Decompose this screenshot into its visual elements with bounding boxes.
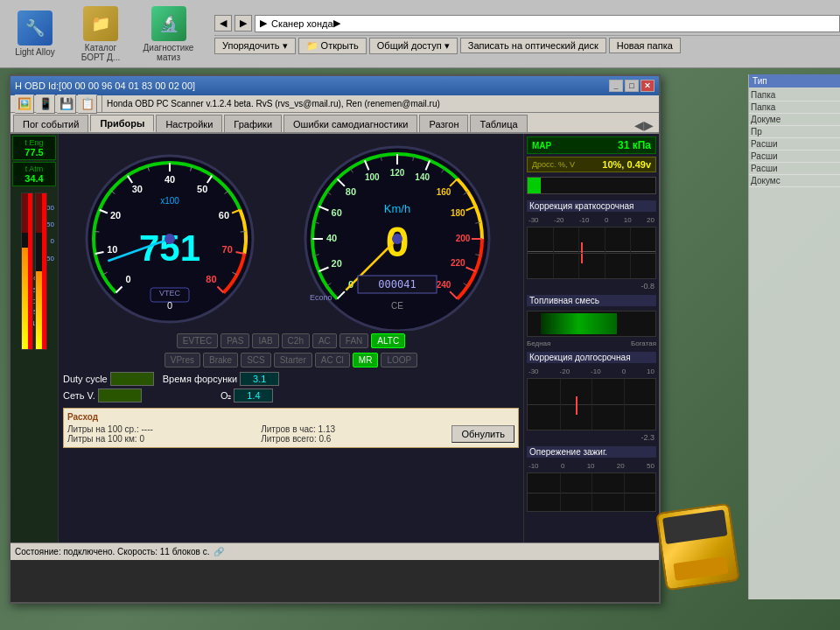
chart-vline-1 — [553, 228, 554, 278]
arrange-btn[interactable]: Упорядочить ▾ — [214, 38, 296, 54]
toolbar-icon-1[interactable]: 🖼️ — [15, 94, 34, 114]
map-value: 31 кПа — [618, 139, 651, 151]
network-v-value — [98, 388, 142, 402]
tab-table[interactable]: Таблица — [470, 115, 527, 132]
rashod-title: Расход — [67, 412, 514, 422]
new-folder-btn[interactable]: Новая папка — [609, 38, 681, 53]
chart-vline-4 — [630, 228, 631, 278]
ign-vline-3 — [624, 473, 625, 511]
throttle-bar-fill — [528, 178, 541, 193]
long-vline-3 — [624, 379, 625, 430]
right-item-7: Расши — [749, 163, 840, 175]
status-icon: 🔗 — [214, 547, 224, 556]
close-btn[interactable]: ✕ — [640, 80, 654, 92]
diagnostics-icon[interactable]: 🔬 Диагностике матиз — [136, 4, 201, 65]
obnutit-btn[interactable]: Обнулить — [452, 425, 514, 443]
speed-canvas — [286, 138, 509, 331]
lit-v-chas: Литров в час: 1.13 — [261, 424, 335, 434]
app-title-bar: 🖼️ 📱 💾 📋 Honda OBD PC Scanner v.1.2.4 be… — [10, 95, 659, 113]
injector-label: Время форсунки — [163, 374, 237, 384]
tab-graphs[interactable]: Графики — [224, 115, 282, 132]
ind-starter[interactable]: Starter — [274, 353, 312, 368]
chart-vline-3 — [605, 228, 606, 278]
app-title: Honda OBD PC Scanner v.1.2.4 beta. RvS (… — [107, 99, 440, 108]
ind-brake[interactable]: Brake — [203, 353, 238, 368]
toolbar-icon-3[interactable]: 💾 — [57, 94, 76, 114]
o2-field: O₂ 1.4 — [220, 388, 274, 402]
ind-iab[interactable]: IAB — [252, 333, 278, 348]
short-correction-value: -0.8 — [527, 282, 656, 290]
ind-mr[interactable]: MR — [353, 353, 379, 368]
right-item-4: Пр — [749, 126, 840, 138]
tab-settings[interactable]: Настройки — [156, 115, 222, 132]
injector-value: 3.1 — [240, 372, 279, 386]
rpm-gauge — [74, 138, 266, 331]
right-item-8: Докумс — [749, 175, 840, 187]
light-alloy-icon[interactable]: 🔧 Light Alloy — [4, 8, 66, 60]
catalog-icon[interactable]: 📁 Каталог БОРТ Д... — [70, 4, 131, 65]
indicators-row-1: EVTEC PAS IAB C2h AC FAN ALTC — [59, 331, 523, 351]
short-correction-title: Коррекция краткосрочная — [527, 200, 656, 212]
maximize-btn[interactable]: □ — [625, 80, 639, 92]
burn-btn[interactable]: Записать на оптический диск — [460, 38, 606, 53]
obd-window: H OBD Id:[00 00 00 96 04 01 83 00 02 00]… — [9, 74, 661, 604]
nav-forward-btn[interactable]: ▶ — [234, 15, 252, 32]
right-item-2: Папка — [749, 102, 840, 114]
ind-pas[interactable]: PAS — [220, 333, 249, 348]
network-v-label: Сеть V. — [63, 390, 95, 401]
bar-1-red-indicator — [28, 193, 32, 349]
ind-loop[interactable]: LOOP — [381, 353, 417, 368]
ind-altc[interactable]: ALTC — [371, 333, 405, 348]
ind-scs[interactable]: SCS — [241, 353, 271, 368]
temp-atm-display: t Atm 34.4 — [12, 162, 56, 186]
status-text: Состояние: подключено. Скорость: 11 блок… — [59, 547, 209, 556]
map-display: MAP 31 кПа — [527, 136, 656, 154]
right-item-1: Папка — [749, 89, 840, 102]
tab-errors[interactable]: Ошибки самодиагностики — [284, 115, 417, 132]
fuel-mix-fill — [541, 313, 618, 334]
temp-atm-value: 34.4 — [18, 173, 51, 184]
duty-cycle-value — [110, 372, 154, 386]
map-label: MAP — [532, 141, 551, 150]
throttle-bar — [527, 177, 656, 194]
ind-accl[interactable]: AC Cl — [315, 353, 350, 368]
right-item-6: Расши — [749, 150, 840, 163]
toolbar-icon-2[interactable]: 📱 — [36, 94, 55, 114]
minimize-btn[interactable]: _ — [609, 80, 623, 92]
speed-gauge — [286, 138, 509, 331]
data-fields: Duty cycle Время форсунки 3.1 — [59, 369, 523, 388]
taskbar: 🔧 Light Alloy 📁 Каталог БОРТ Д... 🔬 Диаг… — [0, 0, 840, 68]
ignition-title: Опережение зажиг. — [527, 446, 656, 458]
ignition-labels: -10 0 10 20 50 — [527, 462, 656, 470]
temp-eng-label: t Eng — [18, 138, 51, 147]
right-item-5: Расши — [749, 138, 840, 150]
ind-c2h[interactable]: C2h — [282, 333, 310, 348]
obd-titlebar: H OBD Id:[00 00 00 96 04 01 83 00 02 00]… — [10, 76, 659, 95]
tab-race[interactable]: Разгон — [419, 115, 468, 132]
right-panel-title: Тип — [749, 74, 840, 88]
rpm-canvas — [74, 138, 266, 331]
center-area: EVTEC PAS IAB C2h AC FAN ALTC VPres Brak… — [59, 134, 523, 560]
small-scale: 5 0 -5 -10 — [12, 285, 56, 330]
path-arrow2: ▶ — [333, 18, 340, 29]
long-vline-1 — [560, 379, 561, 430]
nav-back-btn[interactable]: ◀ — [214, 15, 232, 32]
obd-main-content: t Eng 77.5 t Atm 34.4 — [10, 134, 659, 560]
duty-cycle-label: Duty cycle — [63, 374, 108, 384]
tab-log[interactable]: Пог событий — [13, 115, 88, 132]
open-btn[interactable]: 📁 Открыть — [298, 38, 367, 54]
ignition-chart — [527, 472, 656, 512]
scroll-right-btn[interactable]: ◀▶ — [632, 118, 656, 132]
share-btn[interactable]: Общий доступ ▾ — [369, 38, 458, 54]
fuel-mix-lean: Бедная — [527, 340, 550, 347]
ind-ac[interactable]: AC — [312, 333, 337, 348]
bar-2 — [35, 192, 47, 350]
temp-atm-label: t Atm — [18, 164, 51, 173]
ind-fan[interactable]: FAN — [340, 333, 368, 348]
ind-vpres[interactable]: VPres — [164, 353, 200, 368]
tab-instruments[interactable]: Приборы — [90, 115, 154, 132]
injector-field: Время форсунки 3.1 — [163, 372, 279, 386]
toolbar-icon-4[interactable]: 📋 — [78, 94, 97, 114]
ind-evtec[interactable]: EVTEC — [177, 333, 218, 348]
path-text: Сканер хонда — [271, 18, 333, 29]
